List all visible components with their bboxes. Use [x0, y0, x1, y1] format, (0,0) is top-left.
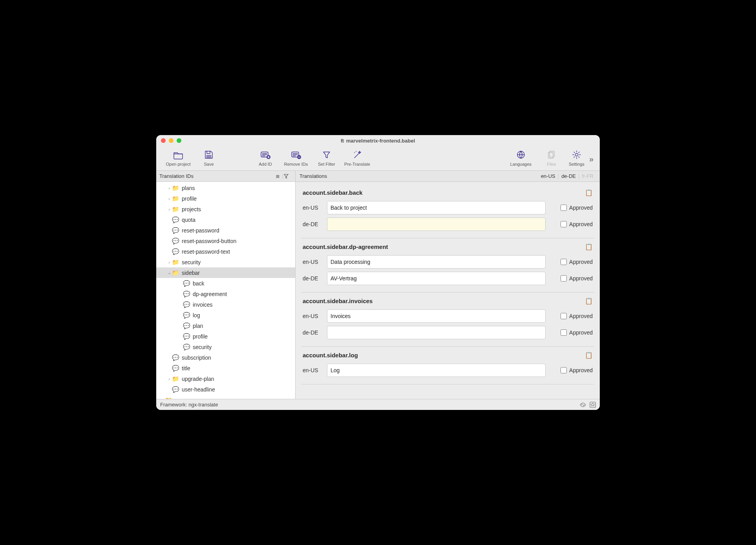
text-icon: 💬	[172, 216, 179, 223]
tree-item-common[interactable]: ›📁common	[156, 395, 295, 399]
toolbar-overflow-button[interactable]: »	[589, 155, 596, 164]
translations-header-title: Translations	[299, 173, 327, 179]
translation-row: de-DEApproved	[301, 216, 594, 232]
approved-checkbox[interactable]: Approved	[550, 205, 593, 211]
tree-item-title[interactable]: 💬title	[156, 363, 295, 373]
translation-input[interactable]	[327, 309, 546, 323]
entry-id: account.sidebar.invoices	[303, 298, 373, 304]
set-filter-button[interactable]: Set Filter	[314, 148, 339, 166]
text-icon: 💬	[183, 312, 190, 319]
star-icon[interactable]	[590, 402, 596, 408]
save-button[interactable]: Save	[196, 148, 221, 166]
clipboard-icon[interactable]: 📋	[585, 297, 593, 305]
tree-item-security[interactable]: ›📁security	[156, 257, 295, 267]
text-icon: 💬	[183, 322, 190, 329]
translation-row: en-USApproved	[301, 308, 594, 324]
set-filter-label: Set Filter	[318, 162, 335, 166]
settings-label: Settings	[569, 162, 584, 166]
sidebar-header: Translation IDs ≣ |	[156, 171, 296, 181]
text-icon: 💬	[172, 238, 179, 245]
approved-checkbox[interactable]: Approved	[550, 367, 593, 373]
lang-tab-de[interactable]: de-DE	[559, 173, 578, 179]
translation-input[interactable]	[327, 364, 546, 377]
translation-input[interactable]	[327, 272, 546, 285]
open-project-label: Open project	[166, 162, 191, 166]
text-icon: 💬	[172, 386, 179, 393]
approved-checkbox[interactable]: Approved	[550, 329, 593, 336]
clipboard-icon[interactable]: 📋	[585, 351, 593, 359]
sync-icon[interactable]	[579, 402, 586, 408]
folder-open-icon	[173, 148, 184, 161]
tree-item-plans[interactable]: ›📁plans	[156, 183, 295, 193]
close-window-button[interactable]	[161, 138, 166, 143]
add-id-button[interactable]: Add ID	[253, 148, 278, 166]
list-view-icon[interactable]: ≣	[274, 173, 282, 179]
tree-item-sb-security[interactable]: 💬security	[156, 342, 295, 352]
languages-label: Languages	[510, 162, 531, 166]
remove-ids-icon	[290, 148, 301, 161]
funnel-icon	[322, 148, 331, 161]
toolbar: Open project Save Add ID Remove	[156, 146, 600, 171]
framework-label: Framework: ngx-translate	[160, 402, 218, 408]
text-icon: 💬	[183, 301, 190, 308]
add-id-label: Add ID	[259, 162, 272, 166]
tree-item-user-headline[interactable]: 💬user-headline	[156, 384, 295, 395]
tree-item-plan[interactable]: 💬plan	[156, 320, 295, 331]
lang-label: de-DE	[303, 221, 323, 227]
id-tree[interactable]: ›📁plans ›📁profile ›📁projects 💬quota 💬res…	[156, 182, 296, 399]
translation-input[interactable]	[327, 218, 546, 231]
approved-checkbox[interactable]: Approved	[550, 221, 593, 227]
tree-item-reset-password-text[interactable]: 💬reset-password-text	[156, 246, 295, 257]
approved-checkbox[interactable]: Approved	[550, 275, 593, 282]
clipboard-icon[interactable]: 📋	[585, 189, 593, 196]
filter-icon[interactable]	[283, 174, 292, 179]
pre-translate-label: Pre-Translate	[344, 162, 370, 166]
tree-item-sidebar[interactable]: ⌄📁sidebar	[156, 267, 295, 278]
entry-id: account.sidebar.dp-agreement	[303, 243, 388, 250]
tree-item-back[interactable]: 💬back	[156, 278, 295, 289]
entry-id: account.sidebar.log	[303, 352, 358, 358]
files-label: Files	[547, 162, 556, 166]
minimize-window-button[interactable]	[169, 138, 173, 143]
lang-tab-fr[interactable]: fr-FR	[579, 173, 596, 179]
lang-label: en-US	[303, 313, 323, 319]
translation-input[interactable]	[327, 255, 546, 269]
tree-item-reset-password[interactable]: 💬reset-password	[156, 225, 295, 236]
clipboard-icon[interactable]: 📋	[585, 243, 593, 251]
folder-icon: 📁	[172, 185, 179, 192]
zoom-window-button[interactable]	[177, 138, 181, 143]
text-icon: 💬	[183, 333, 190, 340]
pre-translate-button[interactable]: Pre-Translate	[339, 148, 375, 166]
approved-checkbox[interactable]: Approved	[550, 259, 593, 265]
translation-entry: account.sidebar.dp-agreement📋en-USApprov…	[301, 238, 594, 293]
languages-button[interactable]: Languages	[503, 148, 539, 166]
tree-item-sb-profile[interactable]: 💬profile	[156, 331, 295, 342]
tree-item-subscription[interactable]: 💬subscription	[156, 352, 295, 363]
wand-icon	[352, 148, 362, 161]
tree-item-log[interactable]: 💬log	[156, 310, 295, 320]
translation-input[interactable]	[327, 201, 546, 214]
tree-item-invoices[interactable]: 💬invoices	[156, 299, 295, 310]
open-project-button[interactable]: Open project	[160, 148, 196, 166]
approved-checkbox[interactable]: Approved	[550, 313, 593, 319]
tree-item-quota[interactable]: 💬quota	[156, 214, 295, 225]
translation-row: en-USApproved	[301, 362, 594, 379]
tree-item-profile[interactable]: ›📁profile	[156, 193, 295, 204]
svg-rect-5	[550, 151, 554, 157]
translations-pane[interactable]: account.sidebar.back📋en-USApprovedde-DEA…	[296, 182, 600, 399]
tree-item-upgrade-plan[interactable]: ›📁upgrade-plan	[156, 373, 295, 384]
settings-button[interactable]: Settings	[564, 148, 589, 166]
tree-item-reset-password-button[interactable]: 💬reset-password-button	[156, 236, 295, 246]
tree-item-projects[interactable]: ›📁projects	[156, 204, 295, 214]
window-title: ⎘ marvelmetrix-frontend.babel	[156, 138, 600, 144]
lang-tab-en[interactable]: en-US	[539, 173, 558, 179]
svg-point-7	[575, 154, 578, 156]
tree-item-dp-agreement[interactable]: 💬dp-agreement	[156, 289, 295, 299]
files-button[interactable]: Files	[539, 148, 564, 166]
translation-input[interactable]	[327, 326, 546, 339]
globe-icon	[516, 148, 526, 161]
add-id-icon	[260, 148, 271, 161]
save-label: Save	[204, 162, 214, 166]
text-icon: 💬	[183, 344, 190, 351]
remove-ids-button[interactable]: Remove IDs	[278, 148, 314, 166]
